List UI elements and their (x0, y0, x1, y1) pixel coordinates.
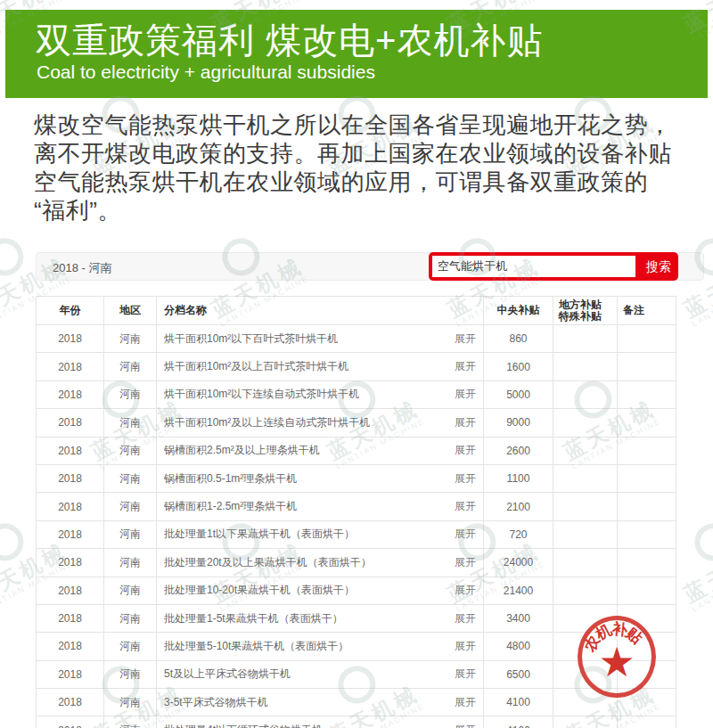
expand-link[interactable]: 展开 (455, 527, 476, 542)
expand-link[interactable]: 展开 (455, 415, 476, 430)
category-name: 批处理量10-20t果蔬烘干机（表面烘干） (164, 583, 355, 598)
search-box: 搜索 (429, 252, 678, 281)
category-name: 锅槽面积2.5m²及以上理条烘干机 (164, 443, 320, 458)
search-button[interactable]: 搜索 (639, 252, 678, 281)
cell-note (618, 465, 676, 492)
cell-local-subsidy (553, 465, 618, 492)
expand-link[interactable]: 展开 (455, 387, 476, 402)
cell-year: 2018 (37, 493, 104, 519)
cell-region: 河南 (104, 493, 157, 519)
table-row: 2018 河南 烘干面积10m²及以上连续自动式茶叶烘干机 展开 9000 (37, 409, 676, 437)
watermark-logo-icon (688, 517, 713, 568)
cell-name: 批处理量20t及以上果蔬烘干机（表面烘干） 展开 (157, 549, 484, 576)
cell-central-subsidy: 6500 (484, 661, 553, 688)
cell-year: 2018 (37, 716, 104, 728)
expand-link[interactable]: 展开 (455, 555, 476, 570)
cell-name: 5t及以上平床式谷物烘干机 展开 (157, 661, 484, 688)
cell-local-subsidy (553, 381, 618, 408)
search-input[interactable] (432, 256, 635, 277)
cell-note (618, 716, 676, 728)
cell-name: 批处理量5-10t果蔬烘干机（表面烘干） 展开 (157, 633, 484, 659)
cell-region: 河南 (104, 549, 157, 576)
cell-note (618, 549, 676, 576)
expand-link[interactable]: 展开 (455, 667, 476, 682)
cell-year: 2018 (37, 465, 104, 492)
cell-region: 河南 (104, 465, 157, 492)
cell-central-subsidy: 2600 (484, 438, 553, 464)
category-name: 烘干面积10m²以下连续自动式茶叶烘干机 (164, 387, 359, 402)
cell-note (618, 325, 676, 352)
page-banner: 双重政策福利 煤改电+农机补贴 Coal to electricity + ag… (5, 10, 708, 98)
cell-central-subsidy: 4100 (484, 689, 553, 716)
cell-central-subsidy: 1100 (484, 465, 553, 492)
table-row: 2018 河南 烘干面积10m²以下百叶式茶叶烘干机 展开 860 (37, 325, 676, 353)
cell-year: 2018 (37, 689, 104, 716)
category-name: 批处理量5-10t果蔬烘干机（表面烘干） (164, 639, 348, 654)
cell-region: 河南 (104, 325, 157, 352)
cell-note (618, 438, 676, 464)
star-icon: ★ (598, 642, 635, 683)
table-row: 2018 河南 批处理量20t及以上果蔬烘干机（表面烘干） 展开 24000 (37, 549, 676, 577)
cell-local-subsidy (553, 521, 618, 548)
cell-local-subsidy (553, 716, 618, 728)
cell-region: 河南 (104, 409, 157, 436)
page-subtitle: Coal to electricity + agricultural subsi… (37, 61, 708, 83)
category-name: 烘干面积10m²及以上百叶式茶叶烘干机 (164, 359, 348, 374)
cell-local-subsidy (553, 325, 618, 352)
intro-paragraph: 煤改空气能热泵烘干机之所以在全国各省呈现遍地开花之势， 离不开煤改电政策的支持。… (34, 110, 698, 225)
expand-link[interactable]: 展开 (455, 471, 476, 487)
cell-note (618, 577, 676, 604)
expand-link[interactable]: 展开 (455, 695, 476, 710)
column-header-name: 分档名称 (157, 297, 484, 324)
category-name: 批处理量1t以下果蔬烘干机（表面烘干） (164, 527, 355, 542)
cell-name: 批处理量1t以下果蔬烘干机（表面烘干） 展开 (157, 521, 484, 548)
expand-link[interactable]: 展开 (455, 723, 476, 728)
cell-central-subsidy: 4100 (484, 716, 553, 728)
cell-name: 批处理量10-20t果蔬烘干机（表面烘干） 展开 (157, 577, 484, 604)
category-name: 锅槽面积1-2.5m²理条烘干机 (164, 499, 297, 514)
expand-link[interactable]: 展开 (455, 583, 476, 598)
cell-region: 河南 (104, 689, 157, 716)
table-row: 2018 河南 烘干面积10m²及以上百叶式茶叶烘干机 展开 1600 (37, 353, 676, 380)
table-row: 2018 河南 烘干面积10m²以下连续自动式茶叶烘干机 展开 5000 (37, 381, 676, 409)
cell-region: 河南 (104, 716, 157, 728)
filter-toolbar: 2018 - 河南 搜索 (36, 252, 704, 281)
table-row: 2018 河南 批处理量10-20t果蔬烘干机（表面烘干） 展开 21400 (37, 577, 676, 605)
cell-central-subsidy: 24000 (484, 549, 553, 576)
page-title: 双重政策福利 煤改电+农机补贴 (36, 20, 708, 60)
cell-name: 烘干面积10m²及以上连续自动式茶叶烘干机 展开 (157, 409, 484, 436)
table-row: 2018 河南 批处理量1t以下果蔬烘干机（表面烘干） 展开 720 (37, 521, 676, 549)
cell-note (618, 353, 676, 380)
cell-region: 河南 (104, 353, 157, 380)
cell-local-subsidy (553, 577, 618, 604)
cell-year: 2018 (37, 438, 104, 464)
expand-link[interactable]: 展开 (455, 611, 476, 626)
cell-central-subsidy: 1600 (484, 353, 553, 380)
cell-year: 2018 (37, 381, 104, 408)
cell-name: 烘干面积10m²及以上百叶式茶叶烘干机 展开 (157, 353, 484, 380)
cell-year: 2018 (37, 605, 104, 632)
filter-breadcrumb: 2018 - 河南 (53, 260, 111, 276)
cell-central-subsidy: 4800 (484, 633, 553, 659)
expand-link[interactable]: 展开 (455, 443, 476, 458)
column-header-note: 备注 (618, 297, 676, 324)
cell-year: 2018 (37, 353, 104, 380)
cell-region: 河南 (104, 633, 157, 659)
cell-local-subsidy (553, 549, 618, 576)
expand-link[interactable]: 展开 (455, 359, 476, 374)
category-name: 3-5t平床式谷物烘干机 (164, 695, 268, 710)
table-row: 2018 河南 锅槽面积1-2.5m²理条烘干机 展开 2100 (37, 493, 676, 520)
expand-link[interactable]: 展开 (455, 499, 476, 514)
column-header-year: 年份 (37, 297, 104, 324)
cell-central-subsidy: 720 (484, 521, 553, 548)
expand-link[interactable]: 展开 (455, 331, 476, 347)
cell-central-subsidy: 21400 (484, 577, 553, 604)
cell-note (618, 521, 676, 548)
category-name: 5t及以上平床式谷物烘干机 (164, 667, 291, 682)
category-name: 锅槽面积0.5-1m²理条烘干机 (164, 471, 297, 487)
cell-name: 批处理量1-5t果蔬烘干机（表面烘干） 展开 (157, 605, 484, 632)
cell-central-subsidy: 3400 (484, 605, 553, 632)
table-row: 2018 河南 锅槽面积0.5-1m²理条烘干机 展开 1100 (37, 465, 676, 493)
agri-subsidy-stamp: 农 机 补 贴 ★ (578, 616, 656, 698)
expand-link[interactable]: 展开 (455, 639, 476, 654)
